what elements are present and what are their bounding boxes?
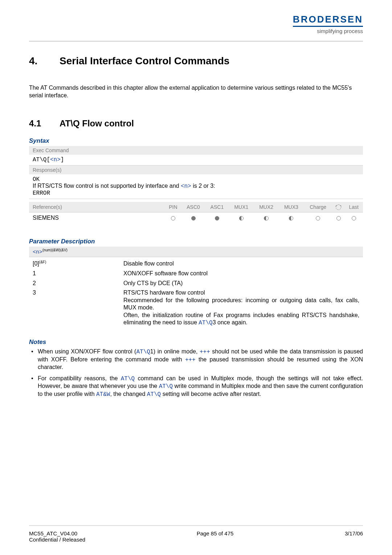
param-desc-2: Only CTS by DCE (TA) bbox=[120, 279, 363, 288]
footer-page: Page 85 of 475 bbox=[85, 530, 345, 543]
exec-command-label: Exec Command bbox=[29, 146, 363, 155]
chapter-number: 4. bbox=[29, 55, 60, 67]
reference-vendor: SIEMENS bbox=[29, 212, 165, 224]
brand-bar bbox=[293, 26, 363, 27]
val-pin bbox=[165, 212, 181, 224]
param-row-2: 2 Only CTS by DCE (TA) bbox=[29, 279, 363, 288]
reference-value-row: SIEMENS bbox=[29, 212, 363, 224]
footer-doc: MC55_ATC_V04.00 bbox=[29, 530, 77, 536]
notes-section: Notes When using XON/XOFF flow control (… bbox=[29, 339, 363, 398]
response-error: ERROR bbox=[33, 190, 50, 197]
reference-table-wrap: Reference(s) PIN ASC0 ASC1 MUX1 MUX2 MUX… bbox=[29, 202, 363, 224]
response-body: OK If RTS/CTS flow control is not suppor… bbox=[29, 174, 363, 199]
ring-icon bbox=[336, 204, 341, 210]
val-last bbox=[344, 212, 363, 224]
exec-cmd-param: <n> bbox=[50, 157, 61, 163]
note-2: For compatibility reasons, the AT\Q comm… bbox=[29, 375, 363, 398]
notes-list: When using XON/XOFF flow control (AT\Q1)… bbox=[29, 348, 363, 398]
val-mux1 bbox=[229, 212, 254, 224]
section-heading: 4.1AT\Q Flow control bbox=[29, 118, 363, 129]
exec-command-box: Exec Command AT\Q[<n>] bbox=[29, 146, 363, 166]
col-mux3: MUX3 bbox=[279, 202, 304, 212]
empty-circle-icon bbox=[352, 216, 356, 220]
param-desc-3-l2: Recommended for the following procedures… bbox=[123, 297, 359, 311]
parameter-description: Parameter Description <n>(num)(&W)(&V) [… bbox=[29, 238, 363, 328]
param-val-2: 2 bbox=[29, 279, 120, 288]
param-desc-3-l3b: 3 once again. bbox=[213, 319, 248, 325]
chapter-title: Serial Interface Control Commands bbox=[60, 55, 229, 66]
exec-cmd-suffix: ] bbox=[61, 157, 64, 163]
param-row-0: [0](&F) Disable flow control bbox=[29, 257, 363, 269]
full-circle-icon bbox=[191, 216, 196, 220]
response-cond-post: is 2 or 3: bbox=[191, 183, 215, 189]
param-desc-3-l1: RTS/CTS hardware flow control bbox=[123, 289, 205, 296]
col-mux2: MUX2 bbox=[254, 202, 279, 212]
col-asc0: ASC0 bbox=[181, 202, 205, 212]
empty-circle-icon bbox=[336, 216, 341, 220]
footer-conf: Confidential / Released bbox=[29, 536, 85, 543]
col-ring-icon bbox=[332, 202, 345, 212]
col-last: Last bbox=[344, 202, 363, 212]
param-header: <n>(num)(&W)(&V) bbox=[29, 247, 363, 257]
param-row-3: 3 RTS/CTS hardware flow control Recommen… bbox=[29, 288, 363, 328]
full-circle-icon bbox=[215, 216, 219, 220]
reference-label: Reference(s) bbox=[29, 202, 165, 212]
param-val-0: [0](&F) bbox=[29, 257, 120, 269]
section-title: AT\Q Flow control bbox=[60, 118, 134, 128]
exec-command-body: AT\Q[<n>] bbox=[29, 155, 363, 165]
empty-circle-icon bbox=[171, 216, 175, 220]
response-cond: If RTS/CTS flow control is not supported… bbox=[33, 183, 359, 190]
param-desc-1: XON/XOFF software flow control bbox=[120, 269, 363, 278]
col-charge: Charge bbox=[304, 202, 332, 212]
content: 4.Serial Interface Control Commands The … bbox=[29, 55, 363, 402]
half-circle-icon bbox=[239, 216, 244, 220]
brand-tagline: simplifying process bbox=[293, 28, 363, 34]
half-circle-icon bbox=[289, 216, 293, 220]
param-val-1: 1 bbox=[29, 269, 120, 278]
footer-date: 3/17/06 bbox=[345, 530, 363, 543]
brand-name: BRODERSEN bbox=[293, 14, 363, 25]
param-heading: Parameter Description bbox=[29, 238, 363, 245]
param-header-n: <n> bbox=[33, 249, 42, 255]
param-table: [0](&F) Disable flow control 1 XON/XOFF … bbox=[29, 257, 363, 328]
response-cond-pre: If RTS/CTS flow control is not supported… bbox=[33, 183, 181, 189]
note-1: When using XON/XOFF flow control (AT\Q1)… bbox=[29, 348, 363, 371]
response-cond-param: <n> bbox=[181, 183, 191, 190]
col-mux1: MUX1 bbox=[229, 202, 254, 212]
param-row-1: 1 XON/XOFF software flow control bbox=[29, 269, 363, 278]
response-ok: OK bbox=[33, 176, 40, 183]
page: BRODERSEN simplifying process 4.Serial I… bbox=[0, 0, 392, 555]
brand-logo: BRODERSEN simplifying process bbox=[293, 14, 363, 34]
val-mux2 bbox=[254, 212, 279, 224]
val-asc0 bbox=[181, 212, 205, 224]
col-asc1: ASC1 bbox=[205, 202, 229, 212]
syntax-heading: Syntax bbox=[29, 137, 363, 145]
footer-left: MC55_ATC_V04.00 Confidential / Released bbox=[29, 530, 85, 543]
section-number: 4.1 bbox=[29, 118, 60, 129]
reference-table: Reference(s) PIN ASC0 ASC1 MUX1 MUX2 MUX… bbox=[29, 202, 363, 224]
empty-circle-icon bbox=[316, 216, 320, 220]
param-header-sup: (num)(&W)(&V) bbox=[42, 248, 68, 252]
notes-heading: Notes bbox=[29, 339, 363, 346]
footer-rule bbox=[29, 525, 363, 526]
chapter-intro: The AT Commands described in this chapte… bbox=[29, 84, 363, 100]
response-label: Response(s) bbox=[29, 166, 363, 174]
val-ring bbox=[332, 212, 345, 224]
chapter-heading: 4.Serial Interface Control Commands bbox=[29, 55, 363, 67]
exec-cmd-prefix: AT\Q[ bbox=[33, 157, 50, 163]
val-charge bbox=[304, 212, 332, 224]
param-desc-3: RTS/CTS hardware flow control Recommende… bbox=[120, 288, 363, 328]
param-val-3: 3 bbox=[29, 288, 120, 328]
val-asc1 bbox=[205, 212, 229, 224]
param-desc-0: Disable flow control bbox=[120, 257, 363, 269]
header-rule bbox=[29, 41, 363, 42]
val-mux3 bbox=[279, 212, 304, 224]
col-pin: PIN bbox=[165, 202, 181, 212]
half-circle-icon bbox=[264, 216, 269, 220]
response-box: Response(s) OK If RTS/CTS flow control i… bbox=[29, 166, 363, 199]
reference-header-row: Reference(s) PIN ASC0 ASC1 MUX1 MUX2 MUX… bbox=[29, 202, 363, 212]
param-desc-3-cmd: AT\Q bbox=[199, 320, 212, 326]
footer: MC55_ATC_V04.00 Confidential / Released … bbox=[29, 530, 363, 543]
